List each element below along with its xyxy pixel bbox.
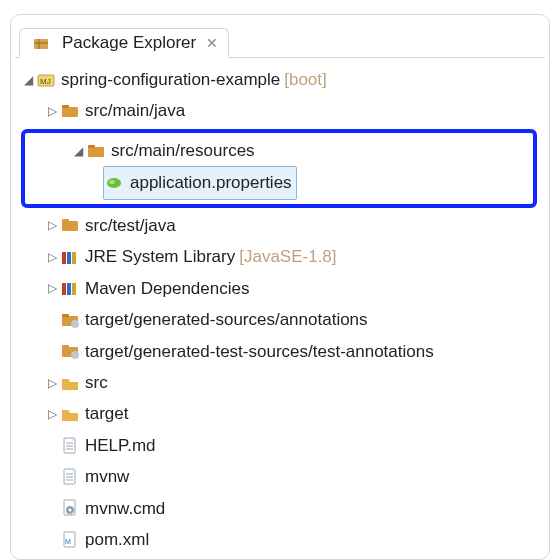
svg-rect-14 xyxy=(62,219,69,222)
file-icon xyxy=(59,436,81,456)
properties-file-icon xyxy=(104,173,126,193)
svg-rect-18 xyxy=(72,252,76,264)
svg-rect-6 xyxy=(62,105,69,108)
tab-title: Package Explorer xyxy=(62,33,196,53)
svg-rect-21 xyxy=(72,283,76,295)
package-explorer-icon xyxy=(30,33,52,53)
label: application.properties xyxy=(130,167,292,198)
label: target/generated-sources/annotations xyxy=(85,304,368,335)
folder-icon xyxy=(59,373,81,393)
folder-icon xyxy=(59,404,81,424)
label: target xyxy=(85,398,128,429)
xml-file-icon: M xyxy=(59,530,81,550)
label: pom.xml xyxy=(85,524,149,555)
svg-rect-16 xyxy=(62,252,66,264)
tree-item-src-test-java[interactable]: ▷ src/test/java xyxy=(17,210,541,241)
close-icon[interactable]: ✕ xyxy=(206,35,218,51)
project-label: spring-configuration-example xyxy=(61,64,280,95)
svg-rect-19 xyxy=(62,283,66,295)
twistie-expanded-icon[interactable]: ◢ xyxy=(71,140,85,162)
svg-rect-20 xyxy=(67,283,71,295)
package-folder-icon xyxy=(85,141,107,161)
library-icon xyxy=(59,247,81,267)
label: src/test/java xyxy=(85,210,176,241)
package-folder-icon xyxy=(59,310,81,330)
twistie-collapsed-icon[interactable]: ▷ xyxy=(45,372,59,394)
tree-item-application-properties[interactable]: application.properties xyxy=(25,166,533,199)
label: Maven Dependencies xyxy=(85,273,249,304)
svg-rect-0 xyxy=(34,39,48,49)
file-icon xyxy=(59,467,81,487)
svg-rect-23 xyxy=(62,314,69,317)
twistie-collapsed-icon[interactable]: ▷ xyxy=(45,403,59,425)
tree-item-gen-sources[interactable]: ▷ target/generated-sources/annotations xyxy=(17,304,541,335)
label: JRE System Library xyxy=(85,241,235,272)
tree-item-src-main-resources[interactable]: ◢ src/main/resources xyxy=(25,135,533,166)
tree-item-help-md[interactable]: ▷ HELP.md xyxy=(17,430,541,461)
svg-rect-9 xyxy=(88,145,95,148)
package-folder-icon xyxy=(59,101,81,121)
tree-item-project[interactable]: ◢ MJ spring-configuration-example [boot] xyxy=(17,64,541,95)
project-decoration: [boot] xyxy=(284,64,327,95)
label: HELP.md xyxy=(85,430,156,461)
tree-item-src-folder[interactable]: ▷ src xyxy=(17,367,541,398)
tree-item-maven-deps[interactable]: ▷ Maven Dependencies xyxy=(17,273,541,304)
label: src xyxy=(85,367,108,398)
twistie-expanded-icon[interactable]: ◢ xyxy=(21,69,35,91)
svg-point-40 xyxy=(69,509,72,512)
svg-point-12 xyxy=(109,180,115,184)
package-explorer-tree[interactable]: ◢ MJ spring-configuration-example [boot]… xyxy=(15,58,545,556)
svg-rect-10 xyxy=(97,151,102,156)
twistie-collapsed-icon[interactable]: ▷ xyxy=(45,100,59,122)
tree-item-mvnw-cmd[interactable]: ▷ mvnw.cmd xyxy=(17,493,541,524)
label: src/main/java xyxy=(85,95,185,126)
svg-text:M: M xyxy=(65,538,71,545)
svg-point-24 xyxy=(71,320,79,328)
svg-rect-15 xyxy=(71,225,76,230)
label: mvnw xyxy=(85,461,129,492)
label: target/generated-test-sources/test-annot… xyxy=(85,336,434,367)
tab-package-explorer[interactable]: Package Explorer ✕ xyxy=(19,28,229,58)
selection-highlight: application.properties xyxy=(103,166,297,199)
svg-point-27 xyxy=(71,351,79,359)
cmd-file-icon xyxy=(59,498,81,518)
library-icon xyxy=(59,278,81,298)
twistie-collapsed-icon[interactable]: ▷ xyxy=(45,214,59,236)
tree-item-target-folder[interactable]: ▷ target xyxy=(17,398,541,429)
tree-item-pom-xml[interactable]: ▷ M pom.xml xyxy=(17,524,541,555)
package-folder-icon xyxy=(59,215,81,235)
svg-rect-17 xyxy=(67,252,71,264)
tree-item-jre[interactable]: ▷ JRE System Library [JavaSE-1.8] xyxy=(17,241,541,272)
svg-rect-7 xyxy=(71,111,76,116)
project-icon: MJ xyxy=(35,70,57,90)
svg-text:MJ: MJ xyxy=(40,77,51,86)
highlight-box: ◢ src/main/resources application.propert… xyxy=(21,129,537,208)
twistie-collapsed-icon[interactable]: ▷ xyxy=(45,246,59,268)
package-folder-icon xyxy=(59,341,81,361)
svg-rect-26 xyxy=(62,345,69,348)
decoration: [JavaSE-1.8] xyxy=(239,241,336,272)
tree-item-gen-test-sources[interactable]: ▷ target/generated-test-sources/test-ann… xyxy=(17,336,541,367)
label: mvnw.cmd xyxy=(85,493,165,524)
tab-bar: Package Explorer ✕ xyxy=(15,21,545,58)
label: src/main/resources xyxy=(111,135,255,166)
tree-item-src-main-java[interactable]: ▷ src/main/java xyxy=(17,95,541,126)
twistie-collapsed-icon[interactable]: ▷ xyxy=(45,277,59,299)
tree-item-mvnw[interactable]: ▷ mvnw xyxy=(17,461,541,492)
